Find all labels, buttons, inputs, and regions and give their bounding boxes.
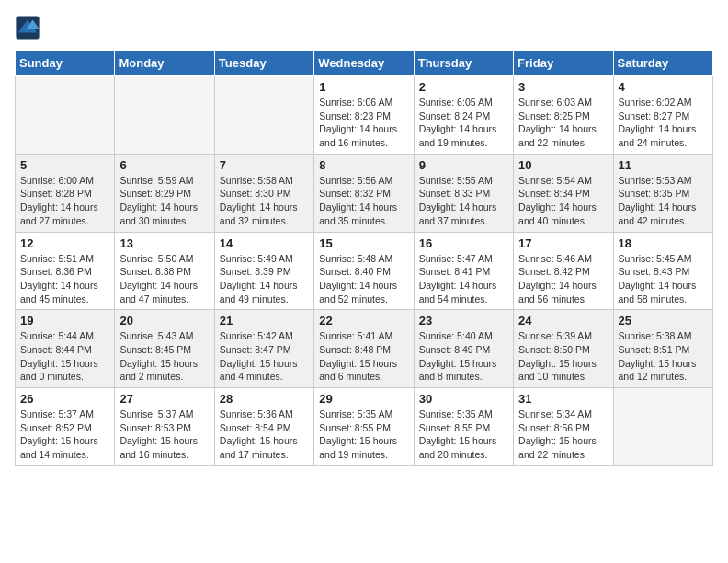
day-info: Sunrise: 5:44 AM Sunset: 8:44 PM Dayligh… [20,329,109,384]
day-info: Sunrise: 5:35 AM Sunset: 8:55 PM Dayligh… [319,408,408,462]
calendar-cell: 7Sunrise: 5:58 AM Sunset: 8:30 PM Daylig… [214,154,313,232]
day-number: 11 [619,158,708,172]
day-info: Sunrise: 5:55 AM Sunset: 8:33 PM Dayligh… [419,174,508,228]
day-info: Sunrise: 6:02 AM Sunset: 8:27 PM Dayligh… [619,96,708,150]
calendar-cell: 11Sunrise: 5:53 AM Sunset: 8:35 PM Dayli… [613,154,712,232]
day-number: 25 [619,314,708,327]
day-info: Sunrise: 5:37 AM Sunset: 8:53 PM Dayligh… [119,408,209,462]
day-number: 19 [20,314,109,327]
calendar-header-row: SundayMondayTuesdayWednesdayThursdayFrid… [16,51,713,76]
day-info: Sunrise: 5:36 AM Sunset: 8:54 PM Dayligh… [220,408,309,462]
calendar-cell: 9Sunrise: 5:55 AM Sunset: 8:33 PM Daylig… [414,154,513,232]
day-info: Sunrise: 5:35 AM Sunset: 8:55 PM Dayligh… [419,408,508,462]
calendar-cell: 3Sunrise: 6:03 AM Sunset: 8:25 PM Daylig… [514,76,613,155]
day-info: Sunrise: 5:43 AM Sunset: 8:45 PM Dayligh… [119,329,209,384]
day-number: 15 [319,236,408,250]
day-number: 9 [419,158,508,172]
calendar-cell: 12Sunrise: 5:51 AM Sunset: 8:36 PM Dayli… [16,232,115,310]
day-info: Sunrise: 5:58 AM Sunset: 8:30 PM Dayligh… [220,174,309,228]
day-info: Sunrise: 6:06 AM Sunset: 8:23 PM Dayligh… [319,96,408,150]
day-info: Sunrise: 5:37 AM Sunset: 8:52 PM Dayligh… [20,408,109,462]
calendar-cell [115,76,214,155]
day-number: 27 [119,392,209,406]
day-number: 23 [419,314,508,327]
day-number: 8 [319,158,408,172]
header-monday: Monday [115,51,214,76]
day-number: 30 [419,392,508,406]
calendar-cell: 6Sunrise: 5:59 AM Sunset: 8:29 PM Daylig… [115,154,214,232]
header-wednesday: Wednesday [314,51,414,76]
day-number: 20 [119,314,209,327]
calendar-cell: 5Sunrise: 6:00 AM Sunset: 8:28 PM Daylig… [16,154,115,232]
header-thursday: Thursday [414,51,513,76]
day-info: Sunrise: 5:38 AM Sunset: 8:51 PM Dayligh… [619,329,708,384]
calendar-week-4: 19Sunrise: 5:44 AM Sunset: 8:44 PM Dayli… [16,310,713,388]
calendar-cell: 17Sunrise: 5:46 AM Sunset: 8:42 PM Dayli… [514,232,613,310]
logo-icon [15,15,40,40]
calendar-cell: 28Sunrise: 5:36 AM Sunset: 8:54 PM Dayli… [214,388,313,466]
calendar-cell: 8Sunrise: 5:56 AM Sunset: 8:32 PM Daylig… [314,154,414,232]
calendar-cell: 26Sunrise: 5:37 AM Sunset: 8:52 PM Dayli… [16,388,115,466]
day-number: 13 [119,236,209,250]
day-number: 29 [319,392,408,406]
day-info: Sunrise: 5:54 AM Sunset: 8:34 PM Dayligh… [518,174,608,228]
day-info: Sunrise: 5:49 AM Sunset: 8:39 PM Dayligh… [220,252,309,306]
day-info: Sunrise: 6:05 AM Sunset: 8:24 PM Dayligh… [419,96,508,150]
day-info: Sunrise: 5:46 AM Sunset: 8:42 PM Dayligh… [518,252,608,306]
day-number: 16 [419,236,508,250]
calendar-table: SundayMondayTuesdayWednesdayThursdayFrid… [15,50,713,466]
day-number: 12 [20,236,109,250]
day-info: Sunrise: 6:00 AM Sunset: 8:28 PM Dayligh… [20,174,109,228]
day-number: 14 [220,236,309,250]
day-number: 31 [518,392,608,406]
day-info: Sunrise: 6:03 AM Sunset: 8:25 PM Dayligh… [518,96,608,150]
calendar-cell: 29Sunrise: 5:35 AM Sunset: 8:55 PM Dayli… [314,388,414,466]
calendar-cell: 4Sunrise: 6:02 AM Sunset: 8:27 PM Daylig… [613,76,712,155]
day-info: Sunrise: 5:45 AM Sunset: 8:43 PM Dayligh… [619,252,708,306]
day-number: 24 [518,314,608,327]
calendar-cell: 15Sunrise: 5:48 AM Sunset: 8:40 PM Dayli… [314,232,414,310]
calendar-week-5: 26Sunrise: 5:37 AM Sunset: 8:52 PM Dayli… [16,388,713,466]
calendar-cell: 20Sunrise: 5:43 AM Sunset: 8:45 PM Dayli… [115,310,214,388]
page-header [15,15,713,40]
day-info: Sunrise: 5:56 AM Sunset: 8:32 PM Dayligh… [319,174,408,228]
day-info: Sunrise: 5:53 AM Sunset: 8:35 PM Dayligh… [619,174,708,228]
logo [15,15,42,40]
header-tuesday: Tuesday [214,51,313,76]
day-number: 6 [119,158,209,172]
calendar-cell [613,388,712,466]
calendar-cell: 22Sunrise: 5:41 AM Sunset: 8:48 PM Dayli… [314,310,414,388]
header-friday: Friday [514,51,613,76]
calendar-cell: 1Sunrise: 6:06 AM Sunset: 8:23 PM Daylig… [314,76,414,155]
day-number: 7 [220,158,309,172]
day-number: 28 [220,392,309,406]
calendar-cell: 13Sunrise: 5:50 AM Sunset: 8:38 PM Dayli… [115,232,214,310]
day-number: 17 [518,236,608,250]
calendar-week-3: 12Sunrise: 5:51 AM Sunset: 8:36 PM Dayli… [16,232,713,310]
header-saturday: Saturday [613,51,712,76]
calendar-cell: 31Sunrise: 5:34 AM Sunset: 8:56 PM Dayli… [514,388,613,466]
day-info: Sunrise: 5:39 AM Sunset: 8:50 PM Dayligh… [518,329,608,384]
calendar-week-2: 5Sunrise: 6:00 AM Sunset: 8:28 PM Daylig… [16,154,713,232]
calendar-cell: 16Sunrise: 5:47 AM Sunset: 8:41 PM Dayli… [414,232,513,310]
day-info: Sunrise: 5:34 AM Sunset: 8:56 PM Dayligh… [518,408,608,462]
calendar-cell: 25Sunrise: 5:38 AM Sunset: 8:51 PM Dayli… [613,310,712,388]
calendar-cell [214,76,313,155]
day-number: 26 [20,392,109,406]
day-number: 21 [220,314,309,327]
calendar-cell: 21Sunrise: 5:42 AM Sunset: 8:47 PM Dayli… [214,310,313,388]
day-info: Sunrise: 5:48 AM Sunset: 8:40 PM Dayligh… [319,252,408,306]
calendar-cell: 30Sunrise: 5:35 AM Sunset: 8:55 PM Dayli… [414,388,513,466]
day-number: 5 [20,158,109,172]
calendar-cell: 19Sunrise: 5:44 AM Sunset: 8:44 PM Dayli… [16,310,115,388]
calendar-cell: 27Sunrise: 5:37 AM Sunset: 8:53 PM Dayli… [115,388,214,466]
calendar-cell: 10Sunrise: 5:54 AM Sunset: 8:34 PM Dayli… [514,154,613,232]
day-number: 10 [518,158,608,172]
day-info: Sunrise: 5:41 AM Sunset: 8:48 PM Dayligh… [319,329,408,384]
day-info: Sunrise: 5:47 AM Sunset: 8:41 PM Dayligh… [419,252,508,306]
calendar-cell: 2Sunrise: 6:05 AM Sunset: 8:24 PM Daylig… [414,76,513,155]
day-info: Sunrise: 5:51 AM Sunset: 8:36 PM Dayligh… [20,252,109,306]
day-info: Sunrise: 5:42 AM Sunset: 8:47 PM Dayligh… [220,329,309,384]
calendar-cell: 14Sunrise: 5:49 AM Sunset: 8:39 PM Dayli… [214,232,313,310]
calendar-cell: 18Sunrise: 5:45 AM Sunset: 8:43 PM Dayli… [613,232,712,310]
